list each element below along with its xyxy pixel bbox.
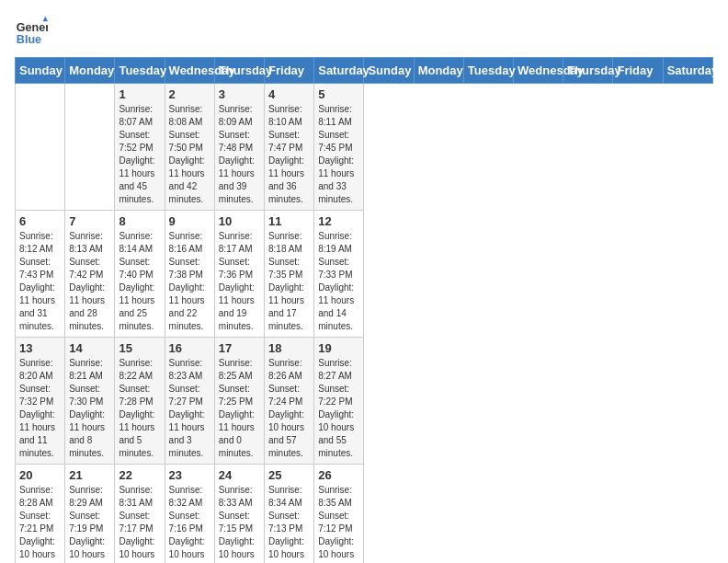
calendar-cell: 9Sunrise: 8:16 AMSunset: 7:38 PMDaylight… — [165, 211, 214, 338]
day-number: 20 — [19, 468, 61, 482]
column-header-monday: Monday — [65, 58, 115, 84]
column-header-saturday: Saturday — [314, 58, 364, 84]
calendar-cell: 16Sunrise: 8:23 AMSunset: 7:27 PMDayligh… — [165, 338, 214, 465]
calendar-table: SundayMondayTuesdayWednesdayThursdayFrid… — [15, 57, 713, 563]
calendar-cell: 25Sunrise: 8:34 AMSunset: 7:13 PMDayligh… — [265, 465, 314, 564]
day-number: 22 — [119, 468, 160, 482]
day-info: Sunrise: 8:27 AMSunset: 7:22 PMDaylight:… — [318, 357, 359, 460]
day-info: Sunrise: 8:34 AMSunset: 7:13 PMDaylight:… — [268, 484, 310, 563]
day-number: 19 — [318, 341, 359, 355]
column-header-tuesday: Tuesday — [115, 58, 165, 84]
day-info: Sunrise: 8:14 AMSunset: 7:40 PMDaylight:… — [119, 230, 160, 333]
column-header-thursday: Thursday — [563, 58, 613, 84]
calendar-cell: 14Sunrise: 8:21 AMSunset: 7:30 PMDayligh… — [65, 338, 115, 465]
day-info: Sunrise: 8:17 AMSunset: 7:36 PMDaylight:… — [219, 230, 260, 333]
calendar-cell: 22Sunrise: 8:31 AMSunset: 7:17 PMDayligh… — [115, 465, 165, 564]
day-number: 21 — [69, 468, 110, 482]
day-number: 7 — [69, 214, 110, 228]
calendar-cell: 7Sunrise: 8:13 AMSunset: 7:42 PMDaylight… — [65, 211, 115, 338]
day-info: Sunrise: 8:29 AMSunset: 7:19 PMDaylight:… — [69, 484, 110, 563]
day-info: Sunrise: 8:08 AMSunset: 7:50 PMDaylight:… — [169, 103, 210, 206]
day-number: 1 — [119, 87, 160, 101]
svg-marker-2 — [43, 17, 48, 21]
day-info: Sunrise: 8:19 AMSunset: 7:33 PMDaylight:… — [318, 230, 359, 333]
day-number: 4 — [268, 87, 310, 101]
day-info: Sunrise: 8:09 AMSunset: 7:48 PMDaylight:… — [219, 103, 260, 206]
day-info: Sunrise: 8:07 AMSunset: 7:52 PMDaylight:… — [119, 103, 160, 206]
calendar-cell: 21Sunrise: 8:29 AMSunset: 7:19 PMDayligh… — [65, 465, 115, 564]
calendar-week-row: 6Sunrise: 8:12 AMSunset: 7:43 PMDaylight… — [16, 211, 713, 338]
column-header-friday: Friday — [613, 58, 663, 84]
day-info: Sunrise: 8:16 AMSunset: 7:38 PMDaylight:… — [169, 230, 210, 333]
calendar-cell: 23Sunrise: 8:32 AMSunset: 7:16 PMDayligh… — [165, 465, 214, 564]
calendar-cell: 2Sunrise: 8:08 AMSunset: 7:50 PMDaylight… — [165, 84, 214, 211]
calendar-week-row: 20Sunrise: 8:28 AMSunset: 7:21 PMDayligh… — [16, 465, 713, 564]
calendar-cell: 8Sunrise: 8:14 AMSunset: 7:40 PMDaylight… — [115, 211, 165, 338]
calendar-cell: 11Sunrise: 8:18 AMSunset: 7:35 PMDayligh… — [265, 211, 314, 338]
day-number: 18 — [268, 341, 310, 355]
day-info: Sunrise: 8:35 AMSunset: 7:12 PMDaylight:… — [318, 484, 359, 563]
day-number: 6 — [19, 214, 61, 228]
calendar-cell: 4Sunrise: 8:10 AMSunset: 7:47 PMDaylight… — [265, 84, 314, 211]
day-number: 14 — [69, 341, 110, 355]
day-number: 24 — [219, 468, 260, 482]
calendar-cell: 18Sunrise: 8:26 AMSunset: 7:24 PMDayligh… — [265, 338, 314, 465]
day-number: 25 — [268, 468, 310, 482]
day-number: 12 — [318, 214, 359, 228]
column-header-wednesday: Wednesday — [165, 58, 214, 84]
day-number: 23 — [169, 468, 210, 482]
day-info: Sunrise: 8:18 AMSunset: 7:35 PMDaylight:… — [268, 230, 310, 333]
page-header: General Blue — [15, 15, 713, 48]
column-header-sunday: Sunday — [364, 58, 414, 84]
calendar-cell: 5Sunrise: 8:11 AMSunset: 7:45 PMDaylight… — [314, 84, 364, 211]
calendar-cell: 24Sunrise: 8:33 AMSunset: 7:15 PMDayligh… — [214, 465, 264, 564]
day-number: 5 — [318, 87, 359, 101]
day-number: 2 — [169, 87, 210, 101]
day-info: Sunrise: 8:12 AMSunset: 7:43 PMDaylight:… — [19, 230, 61, 333]
calendar-cell: 6Sunrise: 8:12 AMSunset: 7:43 PMDaylight… — [16, 211, 65, 338]
column-header-friday: Friday — [265, 58, 314, 84]
calendar-cell: 12Sunrise: 8:19 AMSunset: 7:33 PMDayligh… — [314, 211, 364, 338]
day-number: 13 — [19, 341, 61, 355]
logo-icon: General Blue — [15, 15, 48, 48]
day-number: 16 — [169, 341, 210, 355]
day-number: 15 — [119, 341, 160, 355]
svg-text:Blue: Blue — [17, 33, 41, 46]
calendar-cell: 19Sunrise: 8:27 AMSunset: 7:22 PMDayligh… — [314, 338, 364, 465]
day-number: 17 — [219, 341, 260, 355]
calendar-cell: 26Sunrise: 8:35 AMSunset: 7:12 PMDayligh… — [314, 465, 364, 564]
calendar-cell: 20Sunrise: 8:28 AMSunset: 7:21 PMDayligh… — [16, 465, 65, 564]
column-header-tuesday: Tuesday — [463, 58, 513, 84]
day-number: 3 — [219, 87, 260, 101]
day-number: 26 — [318, 468, 359, 482]
calendar-week-row: 1Sunrise: 8:07 AMSunset: 7:52 PMDaylight… — [16, 84, 713, 211]
calendar-cell: 1Sunrise: 8:07 AMSunset: 7:52 PMDaylight… — [115, 84, 165, 211]
day-info: Sunrise: 8:28 AMSunset: 7:21 PMDaylight:… — [19, 484, 61, 563]
logo: General Blue — [15, 15, 51, 48]
calendar-cell: 15Sunrise: 8:22 AMSunset: 7:28 PMDayligh… — [115, 338, 165, 465]
column-header-sunday: Sunday — [16, 58, 65, 84]
day-number: 8 — [119, 214, 160, 228]
column-header-wednesday: Wednesday — [514, 58, 563, 84]
day-info: Sunrise: 8:33 AMSunset: 7:15 PMDaylight:… — [219, 484, 260, 563]
day-number: 10 — [219, 214, 260, 228]
day-info: Sunrise: 8:13 AMSunset: 7:42 PMDaylight:… — [69, 230, 110, 333]
day-info: Sunrise: 8:21 AMSunset: 7:30 PMDaylight:… — [69, 357, 110, 460]
calendar-week-row: 13Sunrise: 8:20 AMSunset: 7:32 PMDayligh… — [16, 338, 713, 465]
calendar-header-row: SundayMondayTuesdayWednesdayThursdayFrid… — [16, 58, 713, 84]
day-info: Sunrise: 8:22 AMSunset: 7:28 PMDaylight:… — [119, 357, 160, 460]
day-info: Sunrise: 8:11 AMSunset: 7:45 PMDaylight:… — [318, 103, 359, 206]
calendar-cell: 10Sunrise: 8:17 AMSunset: 7:36 PMDayligh… — [214, 211, 264, 338]
calendar-cell — [16, 84, 65, 211]
day-info: Sunrise: 8:26 AMSunset: 7:24 PMDaylight:… — [268, 357, 310, 460]
calendar-cell — [65, 84, 115, 211]
day-info: Sunrise: 8:23 AMSunset: 7:27 PMDaylight:… — [169, 357, 210, 460]
calendar-cell: 13Sunrise: 8:20 AMSunset: 7:32 PMDayligh… — [16, 338, 65, 465]
calendar-cell: 3Sunrise: 8:09 AMSunset: 7:48 PMDaylight… — [214, 84, 264, 211]
day-info: Sunrise: 8:31 AMSunset: 7:17 PMDaylight:… — [119, 484, 160, 563]
day-info: Sunrise: 8:20 AMSunset: 7:32 PMDaylight:… — [19, 357, 61, 460]
day-info: Sunrise: 8:25 AMSunset: 7:25 PMDaylight:… — [219, 357, 260, 460]
day-info: Sunrise: 8:10 AMSunset: 7:47 PMDaylight:… — [268, 103, 310, 206]
calendar-cell: 17Sunrise: 8:25 AMSunset: 7:25 PMDayligh… — [214, 338, 264, 465]
day-number: 11 — [268, 214, 310, 228]
